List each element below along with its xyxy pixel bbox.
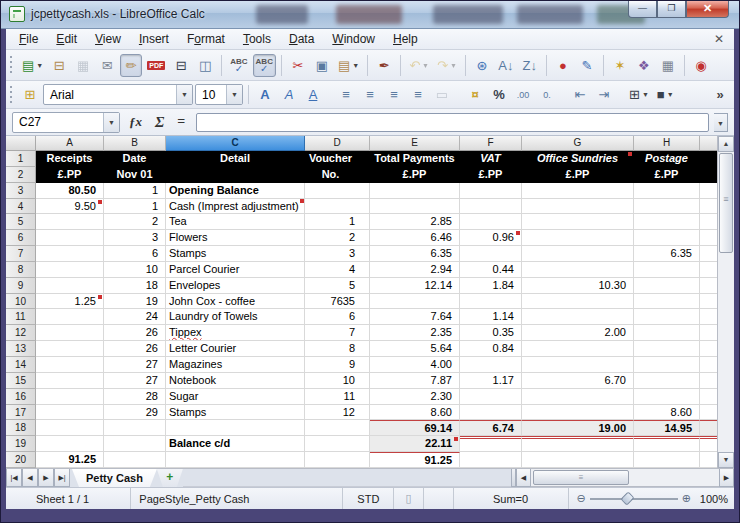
cell-filler-14[interactable] xyxy=(700,357,717,373)
cell-C15[interactable]: Notebook xyxy=(166,373,305,389)
chevron-down-icon[interactable]: ▼ xyxy=(103,113,119,132)
print-icon[interactable]: ⊟ xyxy=(170,54,192,77)
row-header-7[interactable]: 7 xyxy=(6,246,36,262)
cell-E17[interactable]: 8.60 xyxy=(370,405,460,421)
zoom-out-icon[interactable]: ⊖ xyxy=(577,492,586,505)
horizontal-scrollbar[interactable]: ◀ ≡ ▶ xyxy=(516,469,734,487)
cell-H10[interactable] xyxy=(634,294,700,310)
cell-E3[interactable] xyxy=(370,183,460,199)
cell-H8[interactable] xyxy=(634,262,700,278)
cell-E6[interactable]: 6.46 xyxy=(370,230,460,246)
zoom-in-icon[interactable]: ⊕ xyxy=(682,492,691,505)
delete-decimal-icon[interactable]: 0. xyxy=(536,84,558,105)
cell-H17[interactable]: 8.60 xyxy=(634,405,700,421)
cell-B6[interactable]: 3 xyxy=(104,230,166,246)
cell-G9[interactable]: 10.30 xyxy=(522,278,634,294)
cell-E5[interactable]: 2.85 xyxy=(370,214,460,230)
cell-B19[interactable] xyxy=(104,436,166,452)
cell-D9[interactable]: 5 xyxy=(305,278,370,294)
background-color-icon[interactable]: ■▼ xyxy=(654,84,677,105)
open-icon[interactable]: ⊟ xyxy=(48,54,70,77)
cell-G6[interactable] xyxy=(522,230,634,246)
cell-A19[interactable] xyxy=(36,436,104,452)
row-header-3[interactable]: 3 xyxy=(6,183,36,199)
column-header-H[interactable]: H xyxy=(634,136,700,151)
row-header-16[interactable]: 16 xyxy=(6,389,36,405)
cell-F8[interactable]: 0.44 xyxy=(460,262,522,278)
expand-formula-bar-icon[interactable]: ▼ xyxy=(714,113,728,132)
menu-file[interactable]: File xyxy=(10,30,47,48)
cut-icon[interactable]: ✂ xyxy=(287,54,309,77)
cell-B20[interactable] xyxy=(104,452,166,468)
next-sheet-icon[interactable]: ▶ xyxy=(38,469,54,487)
cell-F19[interactable] xyxy=(460,436,522,452)
cell-G17[interactable] xyxy=(522,405,634,421)
email-icon[interactable]: ✉ xyxy=(96,54,118,77)
row-header-6[interactable]: 6 xyxy=(6,230,36,246)
cell-G19[interactable] xyxy=(522,436,634,452)
cell-H7[interactable]: 6.35 xyxy=(634,246,700,262)
cell-G11[interactable] xyxy=(522,309,634,325)
cell-H6[interactable] xyxy=(634,230,700,246)
row-header-2[interactable]: 2 xyxy=(6,167,36,183)
align-center-icon[interactable]: ≡ xyxy=(359,84,381,105)
cell-D12[interactable]: 7 xyxy=(305,325,370,341)
cell-C2[interactable] xyxy=(166,167,305,183)
cell-D7[interactable]: 3 xyxy=(305,246,370,262)
cell-E12[interactable]: 2.35 xyxy=(370,325,460,341)
cell-H20[interactable] xyxy=(634,452,700,468)
cell-G5[interactable] xyxy=(522,214,634,230)
cell-C5[interactable]: Tea xyxy=(166,214,305,230)
cell-F6[interactable]: 0.96 xyxy=(460,230,522,246)
column-header-F[interactable]: F xyxy=(460,136,522,151)
cell-D20[interactable] xyxy=(305,452,370,468)
horizontal-scrollbar-track[interactable]: ≡ xyxy=(531,469,719,487)
cell-C9[interactable]: Envelopes xyxy=(166,278,305,294)
cell-B8[interactable]: 10 xyxy=(104,262,166,278)
cell-G16[interactable] xyxy=(522,389,634,405)
column-header-D[interactable]: D xyxy=(305,136,370,151)
cell-E8[interactable]: 2.94 xyxy=(370,262,460,278)
cell-G10[interactable] xyxy=(522,294,634,310)
chevron-down-icon[interactable]: ▼ xyxy=(36,62,43,69)
column-header-G[interactable]: G xyxy=(522,136,634,151)
chevron-down-icon[interactable]: ▼ xyxy=(352,62,359,69)
menu-help[interactable]: Help xyxy=(384,30,427,48)
formula-input[interactable] xyxy=(196,113,709,132)
cell-B15[interactable]: 27 xyxy=(104,373,166,389)
cell-A20[interactable]: 91.25 xyxy=(36,452,104,468)
menu-edit[interactable]: Edit xyxy=(47,30,86,48)
function-wizard-icon[interactable]: ƒx xyxy=(125,114,146,130)
cell-filler-7[interactable] xyxy=(700,246,717,262)
cell-F16[interactable] xyxy=(460,389,522,405)
cell-D16[interactable]: 11 xyxy=(305,389,370,405)
cell-H9[interactable] xyxy=(634,278,700,294)
cell-filler-20[interactable] xyxy=(700,452,717,468)
copy-icon[interactable]: ▣ xyxy=(311,54,333,77)
horizontal-scrollbar-thumb[interactable]: ≡ xyxy=(533,470,629,485)
align-justified-icon[interactable]: ≡ xyxy=(407,84,429,105)
cell-H4[interactable] xyxy=(634,199,700,215)
paste-icon[interactable]: ▤▼ xyxy=(335,54,362,77)
previous-sheet-icon[interactable]: ◀ xyxy=(22,469,38,487)
cell-B10[interactable]: 19 xyxy=(104,294,166,310)
autospellcheck-icon[interactable]: ABC✓ xyxy=(253,54,276,77)
cell-H12[interactable] xyxy=(634,325,700,341)
chevron-down-icon[interactable]: ▼ xyxy=(176,85,192,104)
cell-E14[interactable]: 4.00 xyxy=(370,357,460,373)
cell-filler-12[interactable] xyxy=(700,325,717,341)
cell-filler-17[interactable] xyxy=(700,405,717,421)
cell-A1[interactable]: Receipts xyxy=(36,151,104,167)
cell-H2[interactable]: £.PP xyxy=(634,167,700,183)
spelling-icon[interactable]: ABC✓ xyxy=(227,54,250,77)
cell-D2[interactable]: No. xyxy=(305,167,370,183)
cell-A10[interactable]: 1.25 xyxy=(36,294,104,310)
cell-styles-icon[interactable]: ⊞ xyxy=(19,84,41,105)
cell-filler-4[interactable] xyxy=(700,199,717,215)
cell-G20[interactable] xyxy=(522,452,634,468)
cell-A9[interactable] xyxy=(36,278,104,294)
row-header-5[interactable]: 5 xyxy=(6,214,36,230)
cell-D8[interactable]: 4 xyxy=(305,262,370,278)
font-name-combobox[interactable]: Arial ▼ xyxy=(43,84,193,105)
cell-H15[interactable] xyxy=(634,373,700,389)
